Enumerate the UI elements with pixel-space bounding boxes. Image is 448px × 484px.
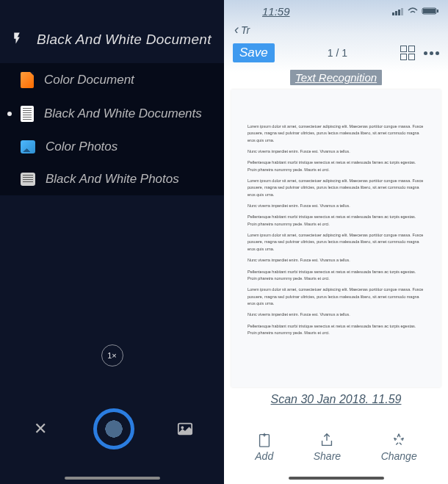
doc-paragraph: Nunc viverra imperdiet enim. Fusce est. … [248, 311, 424, 318]
svg-rect-7 [423, 9, 436, 13]
camera-panel: Nunc viverra imperdiet enim. Fusce est. … [0, 0, 224, 484]
chevron-left-icon: ‹ [234, 22, 239, 37]
mode-menu-label: Black And White Photos [46, 172, 179, 187]
doc-paragraph: Nunc viverra imperdiet enim. Fusce est. … [248, 148, 424, 155]
mode-menu: Color DocumentBlack And White DocumentsC… [0, 63, 224, 195]
doc-paragraph: Lorem ipsum dolor sit amet, consectetuer… [248, 286, 424, 307]
change-button[interactable]: Change [381, 431, 417, 462]
grid-view-icon[interactable] [400, 46, 415, 60]
svg-rect-2 [392, 12, 394, 15]
svg-rect-8 [437, 10, 438, 12]
more-icon[interactable] [424, 51, 439, 55]
save-button[interactable]: Save [233, 43, 275, 62]
share-icon [318, 431, 336, 449]
mode-menu-item[interactable]: Black And White Documents [0, 97, 224, 131]
mode-title[interactable]: Black And White Document Car [37, 32, 214, 48]
photo-bw-icon [21, 173, 35, 186]
doc-paragraph: Lorem ipsum dolor sit amet, consectetuer… [248, 178, 424, 198]
mode-menu-item[interactable]: Black And White Photos [0, 163, 224, 195]
doc-paragraph: Lorem ipsum dolor sit amet, consectetuer… [248, 123, 424, 144]
page-counter: 1 / 1 [328, 47, 347, 59]
doc-color-icon [21, 72, 34, 88]
photo-color-icon [21, 140, 35, 153]
home-indicator [289, 477, 384, 480]
svg-point-1 [181, 426, 184, 429]
filename-label[interactable]: Scan 30 Jan 2018. 11.59 [224, 393, 448, 406]
doc-paragraph: Pellentesque habitant morbi tristique se… [248, 214, 424, 228]
doc-paragraph: Nunc viverra imperdiet enim. Fusce est. … [248, 203, 424, 209]
status-bar: 11:59 [224, 0, 448, 22]
svg-rect-4 [398, 10, 400, 15]
home-indicator [65, 477, 160, 480]
mode-menu-label: Color Photos [46, 140, 118, 154]
flash-icon[interactable] [10, 29, 24, 50]
mode-menu-item[interactable]: Color Document [0, 63, 224, 97]
doc-paragraph: Nunc viverra imperdiet enim. Fusce est. … [248, 257, 424, 264]
document-panel: 11:59 ‹ Tr Save 1 / 1 Text Recognition L… [224, 0, 448, 484]
status-bar [0, 0, 224, 15]
zoom-badge[interactable]: 1× [101, 344, 123, 366]
status-time: 11:59 [262, 5, 290, 18]
doc-paragraph: Pellentesque habitant morbi tristique se… [248, 269, 424, 283]
shutter-button[interactable] [93, 408, 134, 449]
doc-paragraph: Lorem ipsum dolor sit amet, consectetuer… [248, 232, 424, 253]
share-button[interactable]: Share [314, 431, 341, 462]
mode-menu-label: Black And White Documents [44, 106, 202, 121]
mode-menu-label: Color Document [44, 73, 134, 87]
add-icon [256, 431, 273, 449]
mode-menu-item[interactable]: Color Photos [0, 131, 224, 163]
add-button[interactable]: Add [255, 431, 273, 462]
svg-rect-5 [401, 8, 403, 15]
change-icon [390, 431, 408, 449]
gallery-button[interactable] [176, 421, 195, 437]
close-button[interactable]: ✕ [29, 419, 51, 438]
doc-paragraph: Pellentesque habitant morbi tristique se… [248, 159, 424, 173]
status-icons [392, 7, 439, 15]
scanned-document[interactable]: Lorem ipsum dolor sit amet, consectetuer… [231, 90, 441, 387]
back-button[interactable]: ‹ Tr [224, 22, 448, 40]
text-recognition-badge[interactable]: Text Recognition [290, 70, 382, 85]
svg-rect-3 [395, 11, 397, 15]
doc-paragraph: Pellentesque habitant morbi tristique se… [248, 323, 424, 337]
doc-bw-icon [21, 106, 34, 122]
